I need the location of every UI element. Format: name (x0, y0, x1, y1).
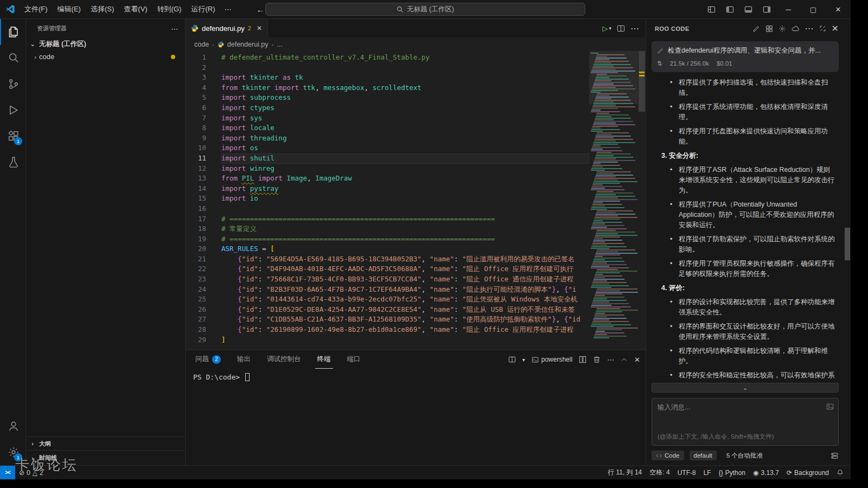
menu-item[interactable]: 查看(V) (119, 3, 152, 16)
code-line[interactable]: from tkinter import ttk, messagebox, scr… (221, 83, 589, 93)
code-line[interactable]: ASR_RULES = [ (221, 244, 589, 254)
code-line[interactable]: {"id": "D4F940AB-401B-4EFC-AADC-AD5F3C50… (221, 264, 589, 274)
line-number[interactable]: 9 (186, 133, 217, 144)
code-line[interactable]: import os (221, 143, 589, 153)
line-number[interactable]: 23 (186, 274, 217, 285)
line-number[interactable]: 29 (186, 335, 217, 345)
code-editor[interactable]: 1234567891011121314151617181920212223242… (186, 51, 646, 350)
activity-source-control[interactable] (0, 71, 25, 97)
maximize-panel-icon[interactable] (621, 356, 628, 363)
line-number[interactable]: 10 (186, 143, 217, 153)
background-task[interactable]: ⟳Background (783, 466, 833, 479)
line-number[interactable]: 12 (186, 164, 217, 174)
code-line[interactable]: import sys (221, 113, 589, 124)
explorer-more-icon[interactable]: ⋯ (171, 24, 178, 33)
panel-more-icon[interactable]: ⋯ (607, 356, 614, 364)
code-line[interactable]: ] (221, 335, 589, 345)
menu-item[interactable]: 编辑(E) (53, 3, 86, 16)
panel-tab-调试控制台[interactable]: 调试控制台 (265, 350, 303, 369)
code-line[interactable]: {"id": "26190899-1602-49e8-8b27-eb1d0a1c… (221, 325, 589, 335)
panel-tab-问题[interactable]: 问题2 (193, 350, 223, 369)
code-line[interactable]: # defender_ultimate_controller_v7.4_Fina… (221, 53, 589, 63)
menu-item[interactable]: 文件(F) (20, 3, 53, 16)
workspace-root[interactable]: ⌄ 无标题 (工作区) (26, 38, 185, 50)
roo-content[interactable]: •程序提供了多种扫描选项，包括快速扫描和全盘扫描。•程序提供了系统清理功能，包括… (646, 76, 844, 381)
popout-icon[interactable] (819, 25, 826, 32)
tab-close-icon[interactable]: ✕ (257, 24, 262, 32)
code-line[interactable]: import tkinter as tk (221, 73, 589, 83)
activity-search[interactable] (0, 45, 25, 71)
chevron-down-icon[interactable]: ▾ (522, 357, 525, 363)
line-number[interactable]: 26 (186, 305, 217, 315)
nav-back-icon[interactable]: ← (256, 5, 264, 14)
line-number[interactable]: 27 (186, 314, 217, 325)
toggle-panel-icon[interactable] (739, 0, 757, 18)
code-line[interactable]: import pystray (221, 184, 589, 194)
activity-explorer[interactable] (0, 19, 25, 45)
line-number[interactable]: 11 (186, 153, 217, 164)
code-line[interactable]: import subprocess (221, 93, 589, 103)
menubar-more-icon[interactable]: ⋯ (220, 5, 235, 14)
split-editor-icon[interactable] (617, 24, 625, 33)
line-number[interactable]: 15 (186, 194, 217, 204)
encoding-status[interactable]: UTF-8 (674, 466, 700, 479)
close-roo-icon[interactable]: ✕ (832, 23, 839, 34)
code-line[interactable]: {"id": "C1DB55AB-C21A-4637-BB3F-A1256810… (221, 314, 589, 325)
toggle-sidebar-icon[interactable] (720, 0, 739, 18)
maximize-button[interactable]: ▢ (801, 0, 826, 18)
close-panel-icon[interactable]: ✕ (634, 356, 640, 364)
close-button[interactable]: ✕ (826, 0, 851, 18)
code-line[interactable] (221, 63, 589, 73)
notifications-bell[interactable] (833, 466, 847, 479)
folder-code[interactable]: › code (26, 50, 185, 63)
minimize-button[interactable]: ─ (776, 0, 801, 18)
scrollbar-slider[interactable] (639, 51, 645, 112)
python-interpreter[interactable]: ◉3.13.7 (749, 466, 783, 479)
activity-run-debug[interactable] (0, 97, 25, 123)
terminal-content[interactable]: PS D:\code> (186, 369, 646, 465)
roo-more-icon[interactable]: ⋯ (805, 23, 814, 34)
scroll-to-bottom-button[interactable]: ⌄ (652, 383, 839, 393)
line-number[interactable]: 7 (186, 113, 217, 124)
line-number[interactable]: 2 (186, 63, 217, 73)
line-number[interactable]: 6 (186, 103, 217, 113)
chat-input[interactable]: 输入消息... (@添加上下文, /输入命令, Shift+拖拽文件) (652, 398, 839, 446)
activity-extensions[interactable]: 1 (0, 123, 25, 149)
line-number[interactable]: 3 (186, 73, 217, 83)
editor-scrollbar[interactable] (638, 51, 646, 350)
line-number[interactable]: 17 (186, 214, 217, 224)
menu-item[interactable]: 选择(S) (86, 3, 119, 16)
line-number[interactable]: 4 (186, 83, 217, 93)
right-scrollbar[interactable] (844, 19, 851, 465)
remote-indicator[interactable]: >< (0, 466, 15, 479)
editor-gutter[interactable]: 1234567891011121314151617181920212223242… (186, 51, 217, 350)
line-number[interactable]: 22 (186, 264, 217, 274)
terminal-instance-powershell[interactable]: powershell (532, 356, 572, 363)
code-line[interactable]: import locale (221, 123, 589, 133)
indentation-status[interactable]: 空格: 4 (646, 466, 673, 479)
code-line[interactable]: import winreg (221, 164, 589, 174)
attach-image-icon[interactable] (826, 403, 834, 410)
code-line[interactable]: from PIL import Image, ImageDraw (221, 174, 589, 184)
code-line[interactable]: import shutil (221, 153, 589, 164)
line-number[interactable]: 28 (186, 325, 217, 335)
breadcrumb-file[interactable]: defenderui.py (227, 41, 269, 48)
code-line[interactable]: import ctypes (221, 103, 589, 113)
cloud-icon[interactable] (792, 24, 800, 33)
line-number[interactable]: 13 (186, 174, 217, 184)
breadcrumb-symbol[interactable]: ... (277, 41, 282, 48)
run-python-button[interactable]: ▷▾ (602, 24, 611, 33)
code-line[interactable]: {"id": "569E4D5A-E569-4185-B695-18C394B0… (221, 254, 589, 265)
menu-item[interactable]: 转到(G) (152, 3, 187, 16)
line-number[interactable]: 8 (186, 123, 217, 133)
line-number[interactable]: 21 (186, 254, 217, 265)
code-line[interactable]: {"id": "D1E0529C-DE8A-4254-AA77-9842C2CE… (221, 305, 589, 315)
api-profile-selector[interactable]: default (690, 451, 717, 460)
line-number[interactable]: 1 (186, 53, 217, 63)
code-line[interactable]: # ======================================… (221, 214, 589, 224)
customize-layout-icon[interactable] (702, 0, 720, 18)
code-line[interactable]: {"id": "01443614-cd74-433a-b99e-2ecdc07b… (221, 294, 589, 305)
history-stack-icon[interactable] (831, 452, 839, 460)
code-line[interactable]: import threading (221, 133, 589, 144)
tab-defenderui[interactable]: defenderui.py 2 ✕ (186, 19, 268, 37)
